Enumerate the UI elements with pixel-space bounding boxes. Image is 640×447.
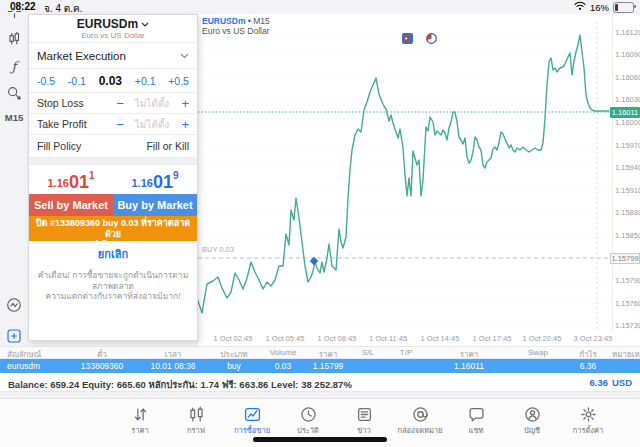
stop-loss-minus-button[interactable]: − [111, 96, 129, 111]
cancel-button[interactable]: ยกเลิก [29, 241, 197, 266]
indicators-icon[interactable]: ƒ [0, 59, 28, 74]
price-axis-label: 1.15760 [615, 299, 640, 308]
buy-price: 1.16019 [113, 165, 197, 194]
volume-stepper: -0.5 -0.1 0.03 +0.1 +0.5 [29, 69, 197, 93]
tab-quotes[interactable]: ราคา [112, 406, 168, 436]
chart-icon [168, 406, 224, 423]
volume-inc-small-button[interactable]: +0.1 [135, 75, 156, 87]
stop-loss-label: Stop Loss [37, 97, 111, 109]
bottom-tab-bar: ราคากราฟการซื้อขายประวัติข่าวกล่องจดหมาย… [0, 398, 640, 447]
tab-label: การตั้งค่า [560, 424, 616, 436]
price-line [198, 35, 609, 313]
trade-icon [224, 406, 280, 423]
volume-inc-large-button[interactable]: +0.5 [168, 75, 189, 87]
table-header-cell: T/P [386, 347, 426, 358]
table-cell: eurusdm [0, 359, 66, 373]
table-header-cell: หมายเหตุ [612, 347, 640, 358]
quick-trade-icon[interactable] [0, 297, 28, 313]
table-cell [512, 359, 564, 373]
tab-label: ประวัติ [280, 424, 336, 436]
tab-label: ข่าว [336, 424, 392, 436]
history-icon [280, 406, 336, 423]
tab-chat[interactable]: แชท [448, 406, 504, 436]
tab-mailbox[interactable]: กล่องจดหมาย [392, 406, 448, 436]
buy-by-market-button[interactable]: Buy by Market [113, 194, 197, 216]
calendar-event-flag-icon[interactable] [402, 30, 413, 48]
battery-percent: 16% [590, 2, 609, 13]
table-header-cell: ราคา [306, 347, 350, 358]
table-cell: 1.16011 [426, 359, 512, 373]
sell-price: 1.16011 [29, 165, 113, 194]
quote-prices: 1.16011 1.16019 [29, 165, 197, 194]
take-profit-value[interactable]: ไม่ได้ตั้ง [129, 117, 175, 132]
chevron-down-icon [141, 22, 149, 27]
price-axis: 1.161201.160901.160601.160301.160001.159… [612, 14, 640, 332]
timeframe-label[interactable]: M15 [0, 112, 28, 123]
chart-plot[interactable]: BUY 0.03 [198, 14, 612, 332]
positions-table-header: สัญลักษณ์ตั๋วเวลาประเภทVolumeราคาS/LT/Pร… [0, 346, 640, 359]
position-price-tag: 1.15799 [610, 253, 640, 264]
order-type-select[interactable]: Market Execution [29, 43, 197, 69]
battery-icon [613, 2, 634, 13]
price-axis-label: 1.15910 [615, 186, 640, 195]
buy-position-label: BUY 0.03 [202, 245, 234, 254]
order-type-value: Market Execution [37, 50, 126, 62]
objects-icon[interactable] [0, 86, 28, 101]
crosshair-icon[interactable] [0, 4, 28, 19]
position-row[interactable]: eurusdm13380936010.01 08:36buy0.031.1579… [0, 359, 640, 373]
volume-dec-large-button[interactable]: -0.5 [37, 75, 55, 87]
close-position-button[interactable]: ปิด #133809360 buy 0.03 ที่ราคาตลาดด้วย … [29, 216, 197, 241]
volume-dec-small-button[interactable]: -0.1 [68, 75, 86, 87]
tab-label: ราคา [112, 424, 168, 436]
table-header-cell: ราคา [426, 347, 512, 358]
take-profit-minus-button[interactable]: − [111, 117, 129, 132]
stop-loss-value[interactable]: ไม่ได้ตั้ง [129, 96, 175, 111]
price-axis-label: 1.16120 [615, 28, 640, 37]
price-chart[interactable]: EURUSDm • M15 Euro vs US Dollar BUY 0.03… [198, 14, 640, 346]
stop-loss-plus-button[interactable]: + [175, 96, 189, 111]
current-price-tag: 1.16011 [610, 107, 640, 118]
tab-label: การซื้อขาย [224, 424, 280, 436]
table-header-cell: S/L [350, 347, 386, 358]
quotes-icon [112, 406, 168, 423]
candles-icon[interactable] [0, 31, 28, 46]
tab-accounts[interactable]: บัญชี [504, 406, 560, 436]
symbol-header[interactable]: EURUSDm Euro vs US Dollar [29, 15, 197, 43]
take-profit-plus-button[interactable]: + [175, 117, 189, 132]
price-axis-label: 1.15850 [615, 231, 640, 240]
sell-by-market-button[interactable]: Sell by Market [29, 194, 113, 216]
home-indicator[interactable] [253, 437, 387, 442]
new-order-icon[interactable] [0, 328, 28, 344]
tab-trade[interactable]: การซื้อขาย [224, 406, 280, 436]
wifi-icon [574, 1, 586, 13]
price-axis-label: 1.15730 [615, 321, 640, 330]
tab-news[interactable]: ข่าว [336, 406, 392, 436]
price-axis-label: 1.16030 [615, 95, 640, 104]
calendar-event-clock-icon[interactable] [426, 30, 437, 48]
table-header-cell: ตั๋ว [66, 347, 138, 358]
table-cell [612, 359, 640, 373]
tab-settings[interactable]: การตั้งค่า [560, 406, 616, 436]
price-axis-label: 1.16090 [615, 50, 640, 59]
stop-loss-row: Stop Loss − ไม่ได้ตั้ง + [29, 93, 197, 114]
divider [29, 158, 197, 165]
tab-chart[interactable]: กราฟ [168, 406, 224, 436]
table-cell: 6.36 [564, 359, 612, 373]
tab-history[interactable]: ประวัติ [280, 406, 336, 436]
table-cell: 10.01 08:36 [138, 359, 208, 373]
fill-policy-row[interactable]: Fill Policy Fill or Kill [29, 135, 197, 158]
symbol-name: EURUSDm [77, 17, 138, 31]
tab-label: กล่องจดหมาย [392, 424, 448, 436]
tab-label: กราฟ [168, 424, 224, 436]
price-axis-label: 1.15940 [615, 163, 640, 172]
time-axis: 1 Oct 02:451 Oct 05:451 Oct 08:451 Oct 1… [198, 332, 640, 346]
table-header-cell: Swap [512, 347, 564, 358]
balance-line: Balance: 659.24 Equity: 665.60 หลักประกั… [8, 377, 352, 392]
chart-title: EURUSDm • M15 Euro vs US Dollar [202, 16, 270, 36]
price-axis-label: 1.15880 [615, 208, 640, 217]
table-header-cell: เวลา [138, 347, 208, 358]
chevron-down-icon [180, 53, 189, 59]
table-cell: buy [208, 359, 260, 373]
news-icon [336, 406, 392, 423]
volume-value[interactable]: 0.03 [99, 74, 122, 88]
